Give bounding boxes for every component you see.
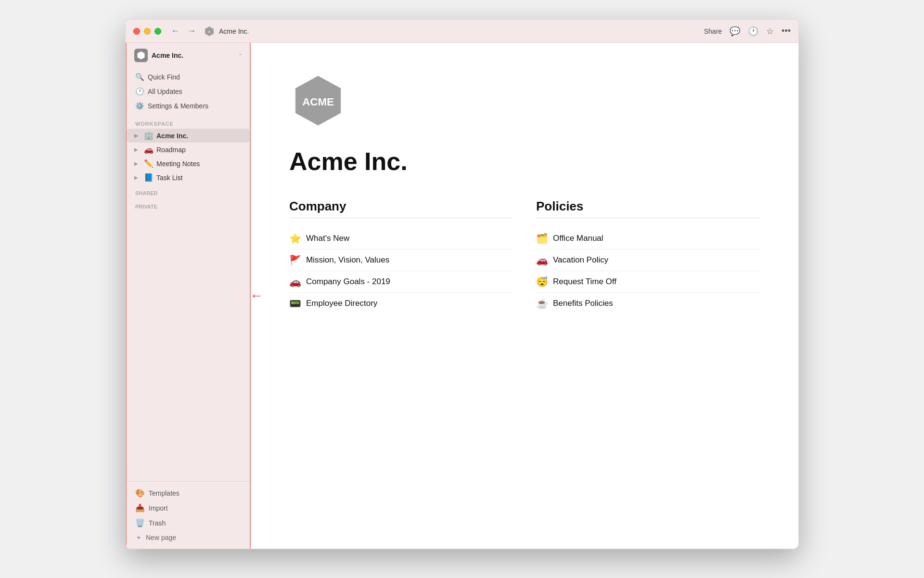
all-updates-label: All Updates — [148, 88, 182, 95]
workspace-items: ▶ 🏢 Acme Inc. ▶ 🚗 Roadmap ▶ ✏️ Meeting N… — [127, 129, 250, 184]
share-button[interactable]: Share — [704, 27, 722, 35]
benefits-emoji: ☕ — [536, 298, 548, 309]
back-button[interactable]: ← — [169, 25, 181, 37]
comment-button[interactable]: 💬 — [730, 26, 740, 37]
sidebar-item-task-list[interactable]: ▶ 📘 Task List — [127, 171, 250, 184]
roadmap-emoji: 🚗 — [144, 145, 154, 154]
goals-label: Company Goals - 2019 — [306, 277, 390, 287]
workspace-section-label: WORKSPACE — [127, 115, 250, 129]
private-label: PRIVATE — [127, 198, 250, 211]
more-button[interactable]: ••• — [782, 26, 791, 36]
search-icon: 🔍 — [135, 73, 144, 81]
import-item[interactable]: 📥 Import — [130, 500, 246, 515]
page-logo: ACME — [289, 72, 760, 131]
vacation-policy-label: Vacation Policy — [553, 255, 608, 265]
sections-grid: Company ⭐ What's New 🚩 Mission, Vision, … — [289, 199, 760, 314]
mission-label: Mission, Vision, Values — [306, 255, 389, 265]
time-off-emoji: 😴 — [536, 276, 548, 288]
quick-find-label: Quick Find — [148, 73, 180, 81]
import-icon: 📥 — [135, 503, 145, 512]
meeting-notes-label: Meeting Notes — [156, 160, 200, 168]
import-label: Import — [149, 504, 168, 512]
whats-new-emoji: ⭐ — [289, 233, 301, 244]
sidebar-item-acme[interactable]: ▶ 🏢 Acme Inc. — [127, 129, 250, 143]
policies-links: 🗂️ Office Manual 🚗 Vacation Policy 😴 Req… — [536, 228, 760, 314]
expand-arrow-acme: ▶ — [134, 133, 141, 138]
goals-link[interactable]: 🚗 Company Goals - 2019 — [289, 271, 513, 293]
page-title: Acme Inc. — [289, 147, 760, 176]
sidebar-item-roadmap[interactable]: ▶ 🚗 Roadmap — [127, 143, 250, 157]
vacation-policy-link[interactable]: 🚗 Vacation Policy — [536, 250, 760, 271]
page-icon: A — [204, 26, 215, 37]
roadmap-label: Roadmap — [156, 146, 186, 154]
new-page-button[interactable]: ＋ New page — [130, 530, 246, 545]
svg-text:ACME: ACME — [302, 96, 334, 108]
whats-new-link[interactable]: ⭐ What's New — [289, 228, 513, 250]
acme-logo: ACME — [289, 72, 347, 130]
vacation-policy-emoji: 🚗 — [536, 254, 548, 266]
resize-arrow: ← — [250, 288, 263, 303]
trash-label: Trash — [149, 519, 166, 527]
mission-emoji: 🚩 — [289, 254, 301, 266]
task-list-label: Task List — [156, 174, 182, 182]
sidebar: A Acme Inc. ⌃ 🔍 Quick Find 🕐 All Updates… — [126, 43, 251, 549]
close-button[interactable] — [133, 28, 140, 35]
employee-label: Employee Directory — [306, 299, 377, 308]
maximize-button[interactable] — [154, 28, 161, 35]
app-window: ← → A Acme Inc. Share 💬 🕐 ☆ ••• A — [125, 19, 799, 549]
goals-emoji: 🚗 — [289, 276, 301, 288]
whats-new-label: What's New — [306, 234, 349, 243]
content-area: ACME Acme Inc. Company ⭐ What's New — [251, 43, 798, 549]
office-manual-emoji: 🗂️ — [536, 233, 548, 244]
minimize-button[interactable] — [144, 28, 151, 35]
mission-link[interactable]: 🚩 Mission, Vision, Values — [289, 250, 513, 271]
company-section: Company ⭐ What's New 🚩 Mission, Vision, … — [289, 199, 513, 314]
workspace-name: Acme Inc. — [152, 52, 234, 59]
task-emoji: 📘 — [144, 173, 154, 182]
company-links: ⭐ What's New 🚩 Mission, Vision, Values 🚗… — [289, 228, 513, 314]
benefits-label: Benefits Policies — [553, 299, 613, 308]
templates-icon: 🎨 — [135, 488, 145, 498]
expand-arrow-meeting: ▶ — [134, 161, 141, 166]
nav-buttons: ← → — [169, 25, 198, 37]
plus-icon: ＋ — [135, 533, 142, 542]
office-manual-link[interactable]: 🗂️ Office Manual — [536, 228, 760, 250]
acme-emoji: 🏢 — [144, 131, 154, 140]
main-layout: A Acme Inc. ⌃ 🔍 Quick Find 🕐 All Updates… — [126, 43, 798, 549]
svg-text:A: A — [208, 30, 211, 33]
trash-item[interactable]: 🗑️ Trash — [130, 515, 246, 530]
policies-section: Policies 🗂️ Office Manual 🚗 Vacation Pol… — [536, 199, 760, 314]
sidebar-nav: 🔍 Quick Find 🕐 All Updates ⚙️ Settings &… — [127, 68, 250, 115]
shared-label: SHARED — [127, 184, 250, 198]
settings-item[interactable]: ⚙️ Settings & Members — [130, 99, 246, 113]
gear-icon: ⚙️ — [135, 102, 144, 110]
quick-find-item[interactable]: 🔍 Quick Find — [130, 70, 246, 84]
traffic-lights — [133, 28, 161, 35]
chevron-icon: ⌃ — [238, 53, 242, 58]
clock-icon: 🕐 — [135, 87, 144, 96]
employee-directory-link[interactable]: 📟 Employee Directory — [289, 293, 513, 314]
time-off-link[interactable]: 😴 Request Time Off — [536, 271, 760, 293]
titlebar-title: Acme Inc. — [219, 27, 249, 35]
workspace-header[interactable]: A Acme Inc. ⌃ — [127, 43, 250, 68]
meeting-emoji: ✏️ — [144, 159, 154, 168]
workspace-icon: A — [134, 49, 148, 62]
policies-section-title: Policies — [536, 199, 760, 218]
office-manual-label: Office Manual — [553, 234, 603, 243]
titlebar-actions: Share 💬 🕐 ☆ ••• — [704, 26, 791, 37]
sidebar-bottom: 🎨 Templates 📥 Import 🗑️ Trash ＋ New page — [127, 481, 250, 549]
benefits-link[interactable]: ☕ Benefits Policies — [536, 293, 760, 314]
settings-label: Settings & Members — [148, 102, 208, 110]
trash-icon: 🗑️ — [135, 518, 145, 527]
history-button[interactable]: 🕐 — [748, 26, 758, 37]
new-page-label: New page — [146, 534, 176, 541]
title-bar: ← → A Acme Inc. Share 💬 🕐 ☆ ••• — [126, 20, 798, 43]
sidebar-item-meeting-notes[interactable]: ▶ ✏️ Meeting Notes — [127, 157, 250, 171]
templates-item[interactable]: 🎨 Templates — [130, 486, 246, 500]
all-updates-item[interactable]: 🕐 All Updates — [130, 84, 246, 99]
forward-button[interactable]: → — [185, 25, 198, 37]
expand-arrow-roadmap: ▶ — [134, 147, 141, 152]
templates-label: Templates — [149, 489, 180, 497]
company-section-title: Company — [289, 199, 513, 218]
favorite-button[interactable]: ☆ — [766, 26, 774, 37]
